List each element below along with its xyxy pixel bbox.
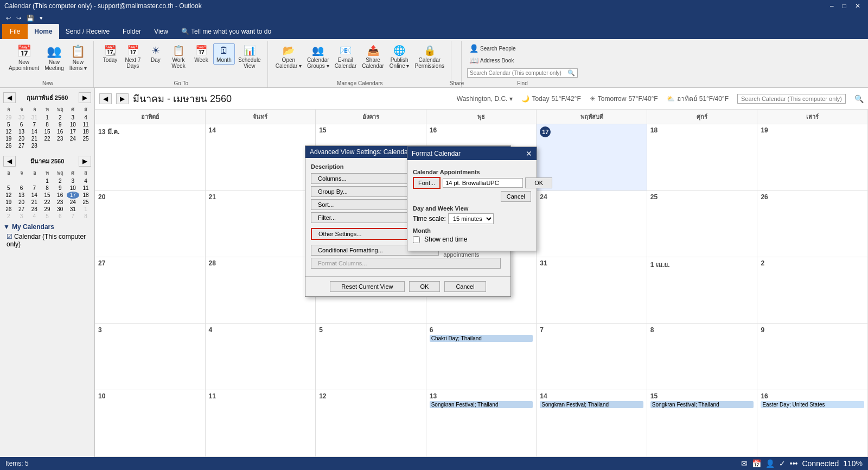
tab-tell-me[interactable]: 🔍 Tell me what you want to do [175, 24, 278, 39]
mini-cal2-next[interactable]: ▶ [79, 156, 91, 167]
cal-cell-0-1[interactable]: 14 [206, 124, 316, 190]
cal-prev-btn[interactable]: ◀ [99, 93, 112, 104]
cal-cell-1-0[interactable]: 20 [95, 191, 206, 257]
fmt-showendtime-checkbox[interactable] [413, 236, 420, 243]
adv-ok-btn[interactable]: OK [409, 281, 441, 292]
cal-cell-4-1[interactable]: 11 [206, 390, 316, 456]
cal-cell-0-4[interactable]: 17 [537, 124, 647, 190]
mc1-h5: ศ [67, 105, 80, 114]
calendar-icon[interactable]: 📅 [752, 459, 761, 468]
cal-cell-1-1[interactable]: 21 [206, 191, 316, 257]
next7days-btn[interactable]: 📅 Next 7Days [122, 43, 144, 70]
event-songkran2[interactable]: Songkran Festival; Thailand [540, 401, 643, 408]
cal-cell-3-2[interactable]: 5 [316, 324, 426, 390]
new-items-btn[interactable]: 📋 NewItems ▾ [67, 43, 89, 72]
cal-cell-1-5[interactable]: 25 [647, 191, 758, 257]
minimize-btn[interactable]: – [827, 2, 837, 10]
event-songkran1[interactable]: Songkran Festival; Thailand [430, 401, 533, 408]
calendar-groups-btn[interactable]: 👥 CalendarGroups ▾ [305, 43, 331, 70]
tab-home[interactable]: Home [28, 24, 59, 39]
calendar-item-main[interactable]: ☑ Calendar (This computer only) [2, 232, 92, 249]
new-appointment-btn[interactable]: 📅 NewAppointment [7, 43, 41, 72]
format-columns-btn[interactable]: Format Columns... [311, 258, 501, 269]
mini-cal2-prev[interactable]: ◀ [3, 156, 16, 167]
tab-view[interactable]: View [148, 24, 175, 39]
day-btn[interactable]: ☀ Day [145, 43, 167, 64]
tab-send-receive[interactable]: Send / Receive [59, 24, 116, 39]
cal-search-input[interactable] [737, 94, 846, 104]
cal-cell-4-0[interactable]: 10 [95, 390, 206, 456]
maximize-btn[interactable]: □ [839, 2, 850, 10]
cal-cell-4-5[interactable]: 15Songkran Festival; Thailand [647, 390, 758, 456]
location-dropdown[interactable]: ▾ [509, 95, 513, 103]
tab-folder[interactable]: Folder [116, 24, 148, 39]
cal-cell-2-1[interactable]: 28 [206, 257, 316, 323]
format-calendar-dialog[interactable]: Format Calendar ✕ Calendar Appointments … [407, 147, 537, 251]
cal-search-btn[interactable]: 🔍 [854, 94, 864, 103]
cal-cell-3-3[interactable]: 6Chakri Day; Thailand [426, 324, 537, 390]
fmt-font-btn[interactable]: Font... [413, 177, 441, 189]
reset-current-view-btn[interactable]: Reset Current View [330, 281, 404, 292]
cal-cell-3-6[interactable]: 9 [757, 324, 868, 390]
new-meeting-btn[interactable]: 👥 NewMeeting [42, 43, 66, 72]
search-people-btn[interactable]: 👤 Search People [467, 43, 518, 53]
publish-online-btn[interactable]: 🌐 PublishOnline ▾ [387, 43, 412, 70]
redo-btn[interactable]: ↪ [15, 14, 23, 23]
cal-cell-0-6[interactable]: 19 [757, 124, 868, 190]
cal-cell-1-4[interactable]: 24 [537, 191, 647, 257]
mini-cal1-prev[interactable]: ◀ [3, 92, 16, 103]
cal-cell-4-4[interactable]: 14Songkran Festival; Thailand [537, 390, 647, 456]
today-btn[interactable]: 📆 Today [99, 43, 121, 64]
event-songkran3[interactable]: Songkran Festival; Thailand [650, 401, 754, 408]
qat-dropdown[interactable]: ▾ [38, 14, 44, 23]
cal-next-btn[interactable]: ▶ [116, 93, 129, 104]
cal-cell-3-0[interactable]: 3 [95, 324, 206, 390]
cal-cell-0-0[interactable]: 13 มี.ค. [95, 124, 206, 190]
week-icon: 📅 [195, 45, 207, 56]
month-btn[interactable]: 🗓 Month [213, 43, 235, 65]
fmt-cancel-btn[interactable]: Cancel [501, 191, 531, 202]
share-calendar-btn[interactable]: 📤 ShareCalendar [360, 43, 386, 70]
save-btn[interactable]: 💾 [25, 14, 36, 23]
workweek-btn[interactable]: 📋 WorkWeek [168, 43, 189, 70]
address-book-btn[interactable]: 📖 Address Book [467, 55, 516, 65]
tab-file[interactable]: File [2, 24, 28, 39]
schedule-btn[interactable]: 📊 ScheduleView [236, 43, 263, 70]
cloud-icon: ⛅ [667, 95, 675, 103]
undo-btn[interactable]: ↩ [4, 14, 12, 23]
adv-cancel-btn[interactable]: Cancel [444, 281, 486, 292]
search-icon[interactable]: 🔍 [567, 69, 575, 77]
more-icon[interactable]: ••• [790, 459, 798, 468]
event-easter[interactable]: Easter Day; United States [761, 401, 864, 408]
close-btn[interactable]: ✕ [852, 2, 864, 10]
contacts-icon[interactable]: 👤 [765, 459, 775, 468]
cal-cell-3-1[interactable]: 4 [206, 324, 316, 390]
fmt-close-btn[interactable]: ✕ [526, 149, 532, 158]
cal-cell-4-3[interactable]: 13Songkran Festival; Thailand [426, 390, 537, 456]
week-btn[interactable]: 📅 Week [190, 43, 212, 64]
cal-cell-3-4[interactable]: 7 [537, 324, 647, 390]
cal-cell-2-0[interactable]: 27 [95, 257, 206, 323]
open-calendar-btn[interactable]: 📂 OpenCalendar ▾ [273, 43, 304, 70]
cal-cell-2-5[interactable]: 1 เม.ย. [647, 257, 758, 323]
cal-cell-3-5[interactable]: 8 [647, 324, 758, 390]
cal-cell-4-6[interactable]: 16Easter Day; United States [757, 390, 868, 456]
cal-cell-0-5[interactable]: 18 [647, 124, 758, 190]
search-input[interactable] [470, 70, 567, 76]
calendar-permissions-btn[interactable]: 🔒 CalendarPermissions [413, 43, 446, 70]
event-chakri[interactable]: Chakri Day; Thailand [430, 335, 533, 342]
titlebar-controls[interactable]: – □ ✕ [827, 2, 864, 10]
fmt-ok-btn[interactable]: OK [525, 177, 552, 188]
email-calendar-btn[interactable]: 📧 E-mailCalendar [333, 43, 359, 70]
cal-cell-2-4[interactable]: 31 [537, 257, 647, 323]
cal-cell-2-6[interactable]: 2 [757, 257, 868, 323]
mini-cal1-next[interactable]: ▶ [79, 92, 91, 103]
cal-cell-4-2[interactable]: 12 [316, 390, 426, 456]
mail-icon[interactable]: ✉ [741, 459, 748, 468]
fmt-timescale-select[interactable]: 5 minutes 6 minutes 10 minutes 15 minute… [448, 213, 494, 224]
cal-cell-1-6[interactable]: 26 [757, 191, 868, 257]
fmt-font-row: Font... OK [413, 177, 531, 189]
tasks-icon[interactable]: ✓ [779, 459, 786, 468]
my-calendars-section[interactable]: ▼ My Calendars [2, 220, 92, 232]
search-bar[interactable]: 🔍 [467, 68, 578, 78]
